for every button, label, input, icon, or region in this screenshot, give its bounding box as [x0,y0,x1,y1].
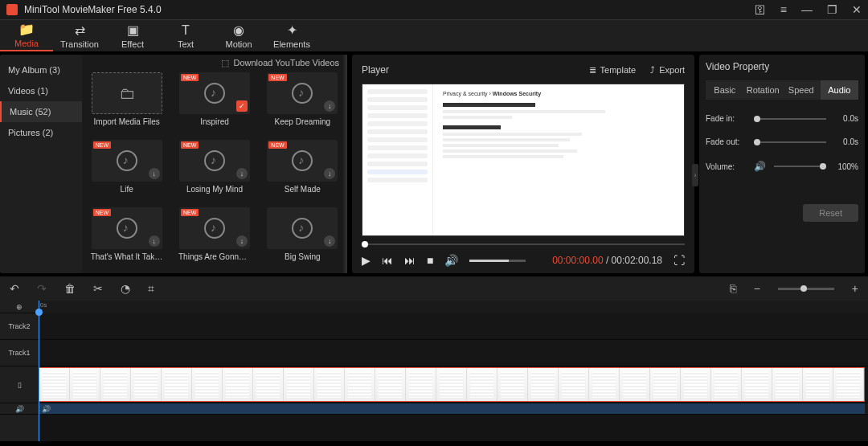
download-icon[interactable]: ↓ [236,235,248,247]
app-title: MiniTool MovieMaker Free 5.4.0 [24,4,755,15]
track-2[interactable] [39,313,868,340]
download-icon[interactable]: ↓ [324,235,335,247]
video-track[interactable] [39,366,868,403]
download-icon[interactable]: ↓ [236,168,248,179]
sidebar-item-pictures[interactable]: Pictures (2) [0,122,82,143]
speed-button[interactable]: ◔ [121,282,130,295]
fullscreen-button[interactable]: ⛶ [674,254,685,267]
delete-button[interactable]: 🗑 [64,282,76,295]
motion-icon: ◉ [233,23,244,38]
zoom-out-button[interactable]: − [754,282,760,295]
prev-frame-button[interactable]: ⏮ [382,254,393,267]
crop-button[interactable]: ⌗ [148,282,154,296]
minimize-button[interactable]: — [801,3,813,16]
tab-media[interactable]: 📁Media [0,20,53,51]
zoom-slider[interactable] [778,288,834,290]
fade-out-label: Fade out: [706,137,747,146]
fit-button[interactable]: ⎘ [730,282,736,295]
elements-icon: ✦ [287,23,297,38]
sidebar-item-my-album[interactable]: My Album (3) [0,59,82,80]
fade-out-slider[interactable] [754,141,826,143]
playhead[interactable] [39,301,39,441]
download-icon[interactable]: ↓ [324,100,335,112]
prop-tab-rotation[interactable]: Rotation [744,80,783,100]
audio-track-icon: 🔊 [0,403,39,415]
expand-handle[interactable]: › [692,164,698,186]
tile-losing-my-mind[interactable]: NEW↓Losing My Mind [174,140,254,201]
download-youtube-link[interactable]: Download YouTube Videos [234,58,340,68]
zoom-in-button[interactable]: + [852,282,858,295]
tab-elements[interactable]: ✦Elements [265,20,318,51]
menu-icon[interactable]: ≡ [780,3,787,16]
timeline-ruler[interactable]: 0s [39,301,868,313]
tile-inspired[interactable]: NEW✓Inspired [174,72,254,133]
check-icon: ✓ [236,100,248,112]
player-panel: Player ≣Template ⤴Export Privacy & secur… [352,55,694,273]
undo-button[interactable]: ↶ [10,282,19,295]
track1-label: Track1 [0,340,39,366]
tile-self-made[interactable]: NEW↓Self Made [263,140,342,201]
prop-volume-slider[interactable] [774,166,826,167]
preview-viewport: Privacy & security › Windows Security [362,84,685,236]
tab-text[interactable]: TText [159,20,212,51]
fade-in-slider[interactable] [754,118,826,120]
timeline-toolbar: ↶ ↷ 🗑 ✂ ◔ ⌗ ⎘ − + [0,276,868,301]
prop-tab-speed[interactable]: Speed [782,80,821,100]
player-title: Player [362,64,389,76]
audio-track[interactable]: 🔊 [39,403,868,415]
next-frame-button[interactable]: ⏭ [404,254,416,267]
video-track-icon: ▯ [0,366,39,403]
title-bar: MiniTool MovieMaker Free 5.4.0 ⚿ ≡ — ❐ ✕ [0,0,868,19]
app-logo [6,4,18,15]
library-panel: My Album (3) Videos (1) Music (52) Pictu… [0,55,347,273]
main-toolbar: 📁Media ⇄Transition ▣Effect TText ◉Motion… [0,19,868,51]
video-clip[interactable] [39,367,865,402]
library-sidebar: My Album (3) Videos (1) Music (52) Pictu… [0,55,82,273]
prop-tab-audio[interactable]: Audio [821,80,859,100]
close-button[interactable]: ✕ [852,3,862,16]
volume-slider[interactable] [469,260,526,262]
download-youtube-icon: ⬚ [221,58,229,68]
download-icon[interactable]: ↓ [149,235,160,247]
volume-icon[interactable]: 🔊 [444,254,458,267]
audio-clip[interactable]: 🔊 [39,403,865,414]
sidebar-item-videos[interactable]: Videos (1) [0,80,82,101]
play-button[interactable]: ▶ [362,254,371,267]
download-icon[interactable]: ↓ [149,168,160,179]
timeline-add-track[interactable]: ⊕ [0,301,39,313]
template-button[interactable]: ≣Template [589,65,637,76]
tab-effect[interactable]: ▣Effect [106,20,159,51]
tile-life[interactable]: NEW↓Life [87,140,166,201]
track-1[interactable] [39,340,868,366]
export-button[interactable]: ⤴Export [650,65,685,75]
folder-icon: 🗀 [119,84,135,103]
tile-keep-dreaming[interactable]: NEW↓Keep Dreaming [263,72,342,133]
tile-big-swing[interactable]: ↓Big Swing [263,207,342,268]
export-icon: ⤴ [650,65,655,75]
redo-button[interactable]: ↷ [37,282,47,295]
track2-label: Track2 [0,313,39,340]
timeline: ⊕ Track2 Track1 ▯ 🔊 0s 🔊 [0,301,868,441]
download-icon[interactable]: ↓ [324,168,335,179]
effect-icon: ▣ [127,23,139,38]
sidebar-item-music[interactable]: Music (52) [0,101,82,122]
volume-icon: 🔊 [754,161,766,172]
template-icon: ≣ [589,65,596,76]
fade-in-label: Fade in: [706,114,747,123]
maximize-button[interactable]: ❐ [827,3,837,16]
folder-icon: 📁 [18,22,35,37]
tile-thats-what-it-takes[interactable]: NEW↓That's What It Takes [87,207,166,268]
reset-button[interactable]: Reset [803,204,858,222]
volume-label: Volume: [706,162,747,171]
speaker-icon: 🔊 [42,405,51,413]
transition-icon: ⇄ [75,23,85,38]
seek-bar[interactable] [362,241,685,248]
split-button[interactable]: ✂ [93,282,103,295]
key-icon[interactable]: ⚿ [755,3,766,16]
stop-button[interactable]: ■ [427,254,433,267]
tile-import[interactable]: 🗀Import Media Files [87,72,166,133]
tile-things-are-gonna[interactable]: NEW↓Things Are Gonna Ge… [174,207,254,268]
tab-transition[interactable]: ⇄Transition [53,20,106,51]
prop-tab-basic[interactable]: Basic [706,80,744,100]
tab-motion[interactable]: ◉Motion [212,20,265,51]
